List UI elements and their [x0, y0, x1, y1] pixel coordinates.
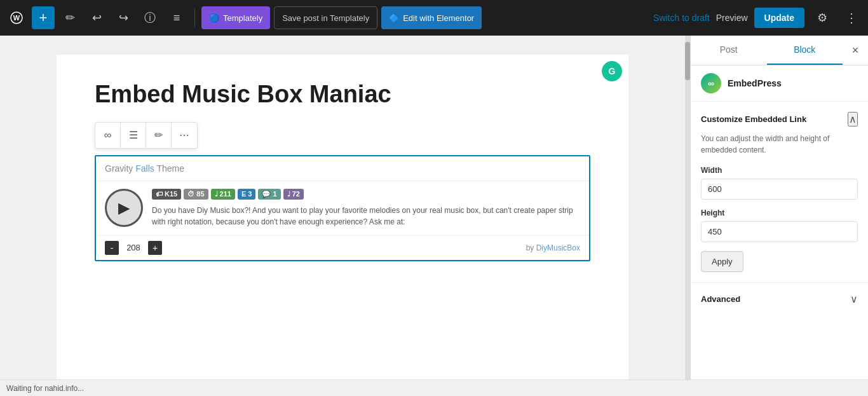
editor-inner: Embed Music Box Maniac ∞ ☰ ✏ ⋯ — [57, 55, 628, 379]
templately-icon: 🔵 — [209, 13, 219, 23]
settings-button[interactable]: ⚙ — [811, 6, 834, 29]
undo-icon: ↩ — [92, 11, 102, 25]
embed-title: Gravity Falls Theme — [105, 163, 184, 174]
apply-button[interactable]: Apply — [701, 251, 743, 272]
align-icon: ☰ — [129, 129, 138, 141]
panel-tabs: Post Block × — [691, 36, 868, 65]
embed-footer: - 208 + by DiyMusicBox — [96, 235, 589, 260]
status-bar: Waiting for nahid.info... — [0, 379, 868, 396]
customize-collapse-button[interactable]: ∧ — [848, 112, 858, 126]
info-button[interactable]: ⓘ — [139, 6, 161, 29]
list-view-button[interactable]: ≡ — [165, 6, 188, 29]
elementor-icon: 🔷 — [389, 13, 399, 23]
close-icon: × — [852, 44, 859, 57]
embed-meta: 🏷 K15 ⏱ 85 ♩ 211 E 3 💬 1 ♩ 72 Do you hav… — [152, 189, 580, 228]
play-button[interactable]: ▶ — [105, 189, 143, 227]
width-label: Width — [701, 166, 858, 175]
height-label: Height — [701, 208, 858, 217]
height-field: Height — [701, 208, 858, 251]
undo-button[interactable]: ↩ — [85, 6, 108, 29]
minus-icon: - — [111, 243, 114, 253]
advanced-section: Advanced ∨ — [691, 283, 868, 315]
embed-description: Do you have Diy Music box?! And you want… — [152, 205, 580, 228]
preview-button[interactable]: Preview — [716, 13, 748, 23]
customize-desc: You can adjust the width and height of e… — [701, 133, 858, 156]
customize-header: Customize Embedded Link ∧ — [701, 112, 858, 126]
more-options-button[interactable]: ⋮ — [840, 6, 863, 29]
height-input[interactable] — [701, 221, 858, 242]
width-field: Width — [701, 166, 858, 208]
info-icon: ⓘ — [144, 10, 156, 25]
editor-scrollbar[interactable] — [685, 36, 690, 379]
save-templately-label: Save post in Templately — [282, 13, 369, 23]
toolbar-divider — [194, 9, 195, 27]
grammarly-icon[interactable]: G — [602, 61, 622, 81]
redo-button[interactable]: ↪ — [112, 6, 135, 29]
wp-logo-icon[interactable]: W — [5, 6, 28, 29]
pencil-icon: ✏ — [65, 11, 75, 25]
embedpress-icon: ∞ — [701, 73, 721, 93]
gravity-text: Gravity — [105, 163, 135, 174]
add-block-button[interactable]: + — [32, 6, 55, 29]
embed-icon-btn[interactable]: ∞ — [95, 123, 121, 148]
pencil-block-icon: ✏ — [154, 129, 163, 141]
elementor-label: Edit with Elementor — [403, 13, 474, 23]
empty-editor-area[interactable] — [95, 261, 590, 325]
tag-comment1: 💬 1 — [258, 189, 280, 200]
update-button[interactable]: Update — [754, 8, 804, 28]
embed-content: Gravity Falls Theme ▶ 🏷 K15 ⏱ 85 — [96, 156, 589, 260]
right-panel: Post Block × ∞ EmbedPress Customize Embe… — [690, 36, 868, 379]
tag-211: ♩ 211 — [211, 189, 235, 200]
advanced-header[interactable]: Advanced ∨ — [701, 293, 858, 305]
link-icon: ∞ — [104, 130, 111, 141]
counter-value: 208 — [124, 243, 143, 252]
counter-plus-button[interactable]: + — [148, 241, 162, 255]
width-input[interactable] — [701, 179, 858, 200]
change-alignment-btn[interactable]: ☰ — [121, 123, 146, 148]
tab-block[interactable]: Block — [767, 36, 843, 65]
embedpress-label: EmbedPress — [728, 78, 782, 88]
plus-counter-icon: + — [153, 243, 158, 253]
falls-text: Falls — [135, 163, 156, 174]
elementor-button[interactable]: 🔷 Edit with Elementor — [381, 6, 482, 29]
embed-by: by DiyMusicBox — [167, 243, 580, 252]
chevron-up-icon: ∧ — [849, 114, 857, 125]
panel-close-button[interactable]: × — [843, 36, 868, 65]
edit-btn[interactable]: ✏ — [146, 123, 172, 148]
theme-text: Theme — [156, 163, 184, 174]
advanced-title: Advanced — [701, 294, 740, 304]
embed-header: Gravity Falls Theme — [96, 156, 589, 181]
edit-tool-button[interactable]: ✏ — [58, 6, 81, 29]
status-text: Waiting for nahid.info... — [6, 384, 84, 393]
embed-tags: 🏷 K15 ⏱ 85 ♩ 211 E 3 💬 1 ♩ 72 — [152, 189, 580, 200]
tab-post[interactable]: Post — [691, 36, 767, 65]
main-area: Embed Music Box Maniac ∞ ☰ ✏ ⋯ — [0, 36, 868, 379]
more-icon: ⋮ — [845, 10, 858, 25]
list-icon: ≡ — [173, 11, 180, 25]
customize-title: Customize Embedded Link — [701, 114, 806, 124]
embed-body: ▶ 🏷 K15 ⏱ 85 ♩ 211 E 3 💬 1 ♩ 72 — [96, 181, 589, 235]
svg-text:W: W — [13, 14, 20, 22]
counter-minus-button[interactable]: - — [105, 241, 119, 255]
redo-icon: ↪ — [119, 11, 128, 25]
embedpress-section: ∞ EmbedPress — [691, 65, 868, 102]
save-templately-button[interactable]: Save post in Templately — [274, 6, 377, 29]
editor-scrollbar-thumb — [685, 42, 690, 80]
customize-section: Customize Embedded Link ∧ You can adjust… — [691, 102, 868, 283]
play-icon: ▶ — [118, 199, 130, 217]
tag-72: ♩ 72 — [283, 189, 304, 200]
post-title[interactable]: Embed Music Box Maniac — [95, 80, 590, 109]
chevron-down-icon: ∨ — [850, 293, 858, 305]
templately-button[interactable]: 🔵 Templately — [201, 6, 270, 29]
gear-icon: ⚙ — [817, 11, 827, 25]
by-label: by — [526, 243, 536, 252]
tag-85: ⏱ 85 — [184, 189, 208, 200]
switch-draft-button[interactable]: Switch to draft — [653, 13, 710, 23]
templately-label: Templately — [223, 13, 262, 23]
more-block-options-btn[interactable]: ⋯ — [172, 123, 197, 148]
embed-by-link[interactable]: DiyMusicBox — [536, 243, 580, 252]
top-toolbar: W + ✏ ↩ ↪ ⓘ ≡ 🔵 Templately Save post in … — [0, 0, 868, 36]
more-block-icon: ⋯ — [179, 129, 189, 141]
embed-block: Gravity Falls Theme ▶ 🏷 K15 ⏱ 85 — [95, 155, 590, 261]
top-right-actions: Switch to draft Preview Update ⚙ ⋮ — [653, 6, 863, 29]
